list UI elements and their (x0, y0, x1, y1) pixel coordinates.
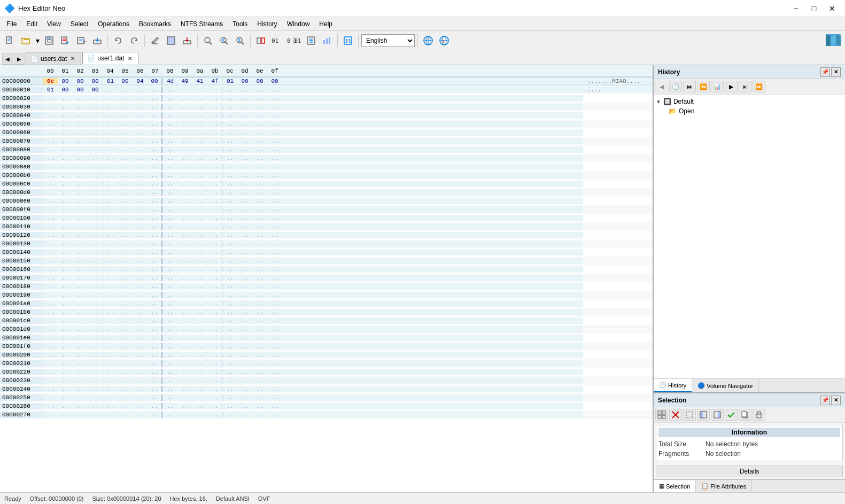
hex-byte[interactable]: .. (267, 104, 282, 110)
hex-byte[interactable]: .. (103, 155, 118, 161)
minimize-button[interactable]: − (787, 3, 804, 14)
hex-byte[interactable]: .. (207, 300, 222, 307)
tab-close-users-dat[interactable]: ✕ (69, 55, 76, 63)
hex-byte[interactable]: .. (43, 412, 58, 418)
hex-byte[interactable]: .. (192, 198, 207, 204)
hex-byte[interactable]: .. (207, 181, 222, 187)
hex-byte[interactable]: .. (222, 95, 237, 102)
hex-byte[interactable]: .. (267, 172, 282, 179)
hex-byte[interactable]: .. (237, 172, 252, 179)
hex-byte[interactable]: .. (43, 352, 58, 358)
hex-byte[interactable]: .. (192, 309, 207, 315)
hex-byte[interactable]: .. (192, 412, 207, 418)
hex-byte[interactable]: .. (88, 412, 103, 418)
hex-byte[interactable]: .. (252, 172, 267, 179)
hex-byte[interactable]: .. (267, 377, 282, 384)
hex-byte[interactable]: .. (103, 403, 118, 409)
hex-byte[interactable]: .. (267, 292, 282, 298)
hex-byte[interactable]: .. (133, 121, 148, 127)
hex-byte[interactable]: .. (207, 326, 222, 332)
table-row[interactable]: 00000020................................ (0, 94, 653, 103)
save-button[interactable] (42, 33, 57, 48)
hex-byte[interactable]: .. (237, 121, 252, 127)
compare[interactable] (253, 33, 268, 48)
hex-byte[interactable]: .. (222, 189, 237, 196)
hex-byte[interactable]: .. (133, 249, 148, 255)
hex-byte[interactable]: .. (252, 249, 267, 255)
hex-byte[interactable]: .. (103, 369, 118, 375)
hex-byte[interactable]: .. (222, 412, 237, 418)
hex-byte[interactable]: .. (88, 335, 103, 341)
map-button[interactable] (824, 31, 843, 50)
hex-byte[interactable]: .. (222, 292, 237, 298)
hex-byte[interactable]: .. (237, 112, 252, 119)
hex-byte[interactable]: .. (88, 352, 103, 358)
hex-byte[interactable]: .. (148, 326, 162, 332)
hex-byte[interactable]: .. (58, 129, 73, 136)
hex-byte[interactable]: .. (162, 181, 177, 187)
hex-byte[interactable]: .. (88, 121, 103, 127)
hex-byte[interactable]: .. (267, 275, 282, 281)
hex-byte[interactable]: .. (43, 104, 58, 110)
table-row[interactable]: 00000160................................ (0, 265, 653, 274)
tab-close-user1-dat[interactable]: ✕ (126, 55, 134, 62)
hex-byte[interactable]: .. (222, 181, 237, 187)
hex-byte[interactable]: .. (177, 335, 192, 341)
hex-byte[interactable]: .. (177, 343, 192, 350)
hex-byte[interactable]: .. (177, 129, 192, 136)
hex-byte[interactable]: .. (88, 241, 103, 247)
hex-byte[interactable]: .. (148, 223, 162, 230)
hex-byte[interactable]: .. (162, 232, 177, 238)
table-row[interactable]: 00000110................................ (0, 222, 653, 231)
hex-byte[interactable]: .. (148, 394, 162, 401)
hex-byte[interactable]: .. (192, 112, 207, 119)
hex-byte[interactable]: .. (148, 164, 162, 170)
hex-byte[interactable]: .. (177, 300, 192, 307)
hex-byte[interactable]: .. (192, 164, 207, 170)
hex-byte[interactable]: .. (148, 155, 162, 161)
hex-byte[interactable]: .. (73, 138, 88, 144)
hex-byte[interactable]: .. (118, 87, 133, 93)
hex-byte[interactable]: .. (133, 326, 148, 332)
hex-byte[interactable]: .. (237, 275, 252, 281)
hex-byte[interactable]: .. (43, 249, 58, 255)
hex-byte[interactable]: .. (237, 352, 252, 358)
hex-byte[interactable]: .. (148, 189, 162, 196)
hex-byte[interactable]: .. (162, 104, 177, 110)
sel-accept-btn[interactable] (725, 409, 738, 421)
hex-byte[interactable]: .. (133, 258, 148, 264)
hex-byte[interactable]: .. (133, 317, 148, 324)
hex-byte[interactable]: .. (133, 403, 148, 409)
table-row[interactable]: 000001c0................................ (0, 316, 653, 325)
hex-byte[interactable]: .. (192, 283, 207, 290)
hex-byte[interactable]: .. (58, 300, 73, 307)
hex-byte[interactable]: .. (73, 275, 88, 281)
hex-byte[interactable]: .. (118, 95, 133, 102)
hex-byte[interactable]: .. (133, 155, 148, 161)
hex-byte[interactable]: .. (118, 343, 133, 350)
hex-byte[interactable]: .. (192, 146, 207, 153)
table-row[interactable]: 00000190................................ (0, 291, 653, 299)
table-row[interactable]: 00000100................................ (0, 214, 653, 222)
hex-byte[interactable]: .. (267, 326, 282, 332)
hex-byte[interactable]: .. (118, 189, 133, 196)
open-dropdown[interactable]: ▾ (34, 33, 41, 48)
hex-byte[interactable]: .. (252, 335, 267, 341)
hex-byte[interactable]: .. (177, 369, 192, 375)
hex-byte[interactable]: .. (148, 206, 162, 213)
hex-byte[interactable]: .. (43, 112, 58, 119)
hex-byte[interactable]: .. (207, 377, 222, 384)
table-row[interactable]: 000000a0................................ (0, 162, 653, 171)
hex-byte[interactable]: .. (162, 129, 177, 136)
hex-byte[interactable]: .. (118, 403, 133, 409)
hex-byte[interactable]: .. (177, 121, 192, 127)
hex-byte[interactable]: .. (118, 266, 133, 273)
hex-byte[interactable]: .. (237, 300, 252, 307)
history-rewind-button[interactable]: ⏪ (697, 81, 710, 92)
hex-byte[interactable]: .. (222, 146, 237, 153)
hex-byte[interactable]: 01 (43, 87, 58, 93)
hex-byte[interactable]: .. (267, 412, 282, 418)
history-pin-button[interactable]: 📌 (820, 67, 830, 77)
hex-byte[interactable]: .. (43, 215, 58, 221)
hex-byte[interactable]: .. (207, 138, 222, 144)
